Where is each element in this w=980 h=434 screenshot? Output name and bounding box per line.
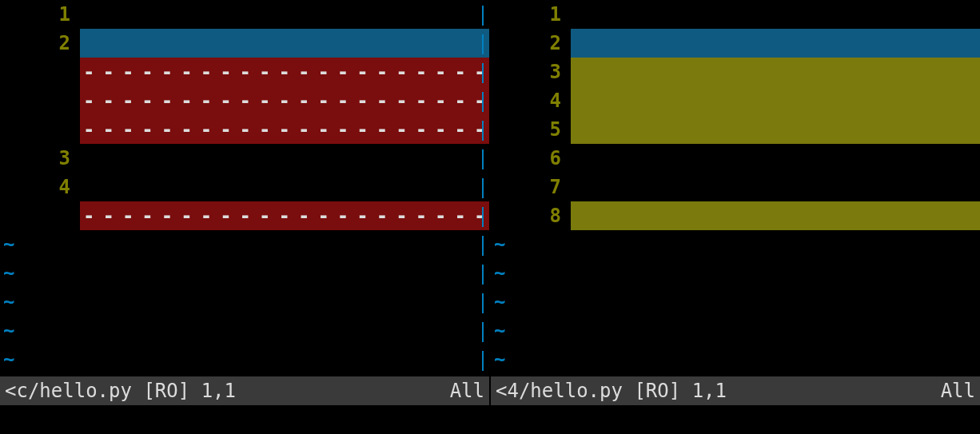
code-line-added[interactable]: def goodbye():	[571, 86, 980, 115]
tilde-marker: ~	[0, 230, 70, 259]
code-line[interactable]: hello()	[571, 173, 980, 201]
empty-line	[571, 288, 980, 317]
empty-line: |	[80, 230, 489, 259]
line-number: 4	[0, 173, 70, 201]
line-number: 3	[0, 144, 70, 173]
filler-deleted: ---------------------------- |	[80, 201, 489, 230]
split-bar-icon: |	[476, 317, 489, 345]
line-number	[0, 58, 70, 86]
split-bar-icon: |	[476, 288, 489, 317]
split-bar-icon: |	[476, 173, 489, 201]
empty-line: |	[80, 288, 489, 317]
right-cmdline[interactable]	[491, 405, 980, 434]
line-number: 2	[0, 29, 70, 58]
line-number	[0, 86, 70, 115]
split-bar-icon: |	[476, 230, 489, 259]
empty-line	[571, 345, 980, 374]
code-line-changed[interactable]: print("Hello, world!") |	[80, 29, 489, 58]
tilde-marker: ~	[0, 288, 70, 317]
empty-line	[571, 230, 980, 259]
code-line-changed[interactable]: print("HELLO, WORLD!")	[571, 29, 980, 58]
split-bar-icon: |	[476, 86, 489, 115]
split-bar-icon: |	[476, 259, 489, 288]
tilde-marker: ~	[491, 230, 561, 259]
code-line-added[interactable]: print("See ya!")	[571, 115, 980, 144]
code-line[interactable]: def hello():	[571, 0, 980, 29]
line-number	[0, 115, 70, 144]
right-body: 1 2 3 4 5 6 7 8 ~ ~ ~ ~ ~ def hello():	[491, 0, 980, 376]
left-code[interactable]: def hello(): | print("Hello, world!") | …	[80, 0, 489, 376]
status-file: <c/hello.py [RO] 1,1	[5, 376, 236, 405]
empty-line: |	[80, 259, 489, 288]
code-line-added[interactable]: goodbye()	[571, 201, 980, 230]
line-number: 1	[0, 0, 70, 29]
left-gutter: 1 2 3 4 ~ ~ ~ ~ ~	[0, 0, 80, 376]
line-number: 6	[491, 144, 561, 173]
status-position: All	[941, 376, 975, 405]
split-bar-icon: |	[476, 201, 489, 230]
tilde-marker: ~	[0, 345, 70, 374]
line-number: 2	[491, 29, 561, 58]
tilde-marker: ~	[491, 288, 561, 317]
tilde-marker: ~	[491, 345, 561, 374]
code-line[interactable]: |	[80, 144, 489, 173]
split-bar-icon: |	[476, 345, 489, 374]
right-statusline: <4/hello.py [RO] 1,1 All	[491, 376, 980, 405]
right-code[interactable]: def hello(): print("HELLO, WORLD!") def …	[571, 0, 980, 376]
line-number: 8	[491, 201, 561, 230]
empty-line	[571, 259, 980, 288]
left-pane[interactable]: 1 2 3 4 ~ ~ ~ ~ ~ def hello(): |	[0, 0, 491, 434]
code-line-added[interactable]	[571, 58, 980, 86]
split-bar-icon: |	[476, 58, 489, 86]
empty-line	[571, 317, 980, 345]
vimdiff-root: 1 2 3 4 ~ ~ ~ ~ ~ def hello(): |	[0, 0, 980, 434]
tilde-marker: ~	[0, 259, 70, 288]
status-file: <4/hello.py [RO] 1,1	[496, 376, 727, 405]
filler-deleted: ---------------------------- |	[80, 86, 489, 115]
left-cmdline[interactable]	[0, 405, 489, 434]
line-number: 3	[491, 58, 561, 86]
line-number: 4	[491, 86, 561, 115]
code-line[interactable]: hello() |	[80, 173, 489, 201]
split-bar-icon: |	[476, 144, 489, 173]
tilde-marker: ~	[0, 317, 70, 345]
empty-line: |	[80, 317, 489, 345]
code-line[interactable]: def hello(): |	[80, 0, 489, 29]
tilde-marker: ~	[491, 317, 561, 345]
split-bar-icon: |	[476, 29, 489, 58]
right-pane[interactable]: 1 2 3 4 5 6 7 8 ~ ~ ~ ~ ~ def hello():	[491, 0, 980, 434]
line-number: 7	[491, 173, 561, 201]
left-statusline: <c/hello.py [RO] 1,1 All	[0, 376, 489, 405]
line-number: 1	[491, 0, 561, 29]
code-line[interactable]	[571, 144, 980, 173]
split-bar-icon: |	[476, 0, 489, 29]
empty-line: |	[80, 345, 489, 374]
line-number	[0, 201, 70, 230]
split-bar-icon: |	[476, 115, 489, 144]
filler-deleted: ---------------------------- |	[80, 115, 489, 144]
tilde-marker: ~	[491, 259, 561, 288]
filler-deleted: ---------------------------- |	[80, 58, 489, 86]
status-position: All	[450, 376, 484, 405]
line-number: 5	[491, 115, 561, 144]
left-body: 1 2 3 4 ~ ~ ~ ~ ~ def hello(): |	[0, 0, 489, 376]
right-gutter: 1 2 3 4 5 6 7 8 ~ ~ ~ ~ ~	[491, 0, 571, 376]
